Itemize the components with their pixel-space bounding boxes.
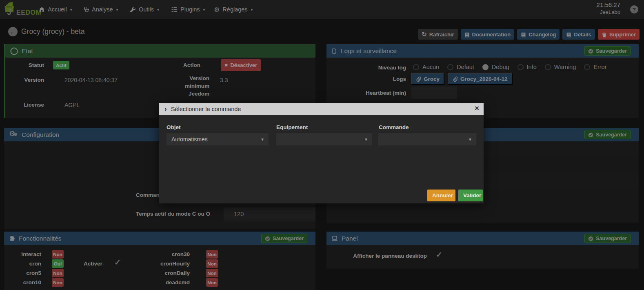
chevron-right-icon: › [164,105,167,113]
select-caret-icon: ▼ [364,137,368,142]
screen: J EEDOM Accueil ▾ Analyse ▾ Outils ▾ Plu… [0,0,644,290]
equipement-select[interactable]: ▼ [276,133,372,145]
select-caret-icon: ▼ [260,137,264,142]
commande-label-modal: Commande [379,124,409,130]
commande-select[interactable]: ▼ [378,133,476,145]
modal-header: › Sélectionner la commande × [159,103,484,115]
select-caret-icon: ▼ [468,137,472,142]
valider-button[interactable]: Valider [458,190,483,201]
annuler-button[interactable]: Annuler [427,190,455,201]
select-command-modal: › Sélectionner la commande × Objet Equip… [159,103,484,203]
close-icon[interactable]: × [475,104,479,113]
equipement-label: Equipement [276,124,308,130]
modal-title: Sélectionner la commande [171,106,241,112]
objet-label: Objet [167,124,181,130]
objet-select[interactable]: Automatismes ▼ [167,133,269,145]
